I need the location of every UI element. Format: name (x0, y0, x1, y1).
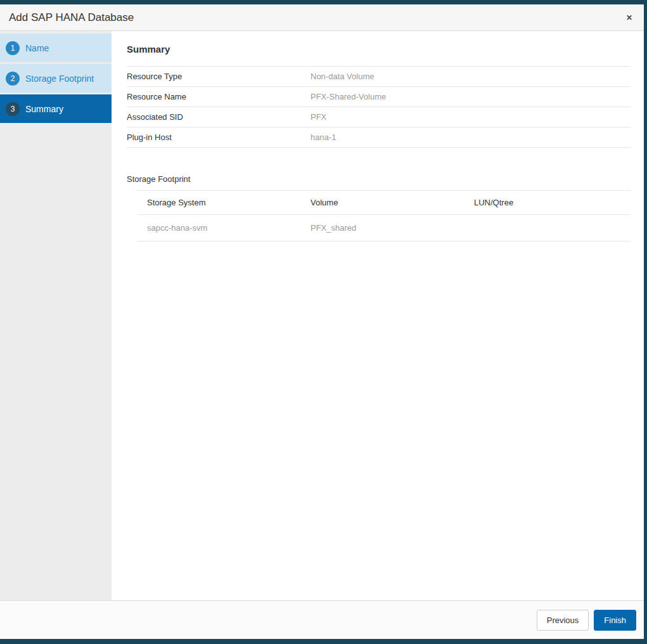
dialog-header: Add SAP HANA Database ✕ (0, 4, 644, 31)
field-label: Associated SID (127, 112, 311, 122)
field-label: Plug-in Host (127, 132, 311, 142)
window-top-bar (0, 0, 647, 4)
wizard-step-name[interactable]: 1 Name (0, 34, 112, 62)
summary-heading: Summary (127, 44, 631, 55)
step-2-number-badge: 2 (6, 72, 20, 86)
finish-button[interactable]: Finish (594, 610, 636, 631)
cell-lun-qtree (464, 215, 631, 242)
step-1-label: Name (25, 43, 49, 53)
add-sap-hana-database-dialog: Add SAP HANA Database ✕ 1 Name 2 Storage… (0, 0, 647, 644)
dialog-footer: Previous Finish (0, 600, 644, 639)
step-1-number-badge: 1 (6, 41, 20, 55)
step-2-label: Storage Footprint (25, 74, 94, 84)
dialog-title: Add SAP HANA Database (9, 11, 134, 24)
wizard-step-storage-footprint[interactable]: 2 Storage Footprint (0, 64, 112, 93)
cell-storage-system: sapcc-hana-svm (137, 215, 300, 242)
table-header-row: Storage System Volume LUN/Qtree (137, 191, 631, 215)
field-row-plugin-host: Plug-in Host hana-1 (127, 127, 631, 148)
storage-footprint-heading: Storage Footprint (127, 174, 631, 184)
field-value: PFX (311, 112, 326, 122)
previous-button[interactable]: Previous (537, 610, 589, 631)
column-header-storage-system: Storage System (137, 191, 300, 215)
field-label: Resource Type (127, 72, 311, 81)
field-value: Non-data Volume (311, 72, 374, 81)
field-value: hana-1 (311, 132, 336, 142)
column-header-lun-qtree: LUN/Qtree (464, 191, 631, 215)
field-label: Resource Name (127, 92, 311, 101)
field-row-associated-sid: Associated SID PFX (127, 107, 631, 127)
step-3-number-badge: 3 (6, 102, 20, 116)
table-row: sapcc-hana-svm PFX_shared (137, 215, 631, 242)
step-3-label: Summary (25, 104, 63, 114)
field-row-resource-type: Resource Type Non-data Volume (127, 67, 631, 87)
summary-fields: Resource Type Non-data Volume Resource N… (127, 66, 631, 148)
window-bottom-bar (0, 639, 647, 644)
summary-panel: Summary Resource Type Non-data Volume Re… (112, 31, 644, 600)
wizard-steps-sidebar: 1 Name 2 Storage Footprint 3 Summary (0, 31, 112, 600)
wizard-step-summary[interactable]: 3 Summary (0, 94, 112, 123)
close-icon[interactable]: ✕ (624, 11, 635, 24)
field-value: PFX-Shared-Volume (311, 92, 386, 101)
storage-footprint-table: Storage System Volume LUN/Qtree sapcc-ha… (137, 190, 631, 242)
dialog-body: Add SAP HANA Database ✕ 1 Name 2 Storage… (0, 4, 647, 639)
dialog-main: 1 Name 2 Storage Footprint 3 Summary Sum… (0, 31, 644, 600)
column-header-volume: Volume (300, 191, 464, 215)
field-row-resource-name: Resource Name PFX-Shared-Volume (127, 87, 631, 107)
cell-volume: PFX_shared (300, 215, 464, 242)
